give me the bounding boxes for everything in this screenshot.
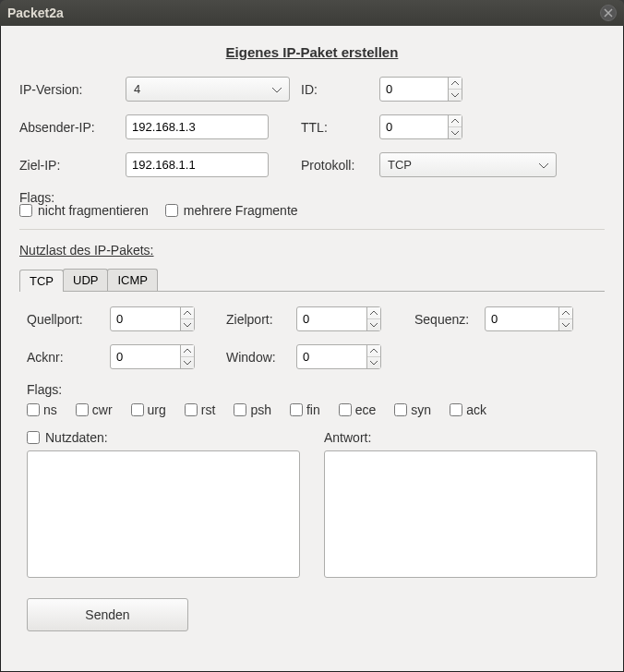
dstport-label: Zielport: xyxy=(226,312,291,327)
response-label: Antwort: xyxy=(324,430,371,445)
protocol-value: TCP xyxy=(388,158,412,172)
dstport-spinbox[interactable] xyxy=(296,306,381,331)
close-icon xyxy=(604,8,613,18)
seq-input[interactable] xyxy=(486,307,558,330)
tcp-flag-ece[interactable]: ece xyxy=(339,402,377,417)
step-down-icon[interactable] xyxy=(367,357,380,368)
seq-spinbox[interactable] xyxy=(485,306,573,331)
tcp-flag-ns-checkbox[interactable] xyxy=(27,403,40,416)
sender-ip-label: Absender-IP: xyxy=(19,120,126,135)
separator xyxy=(19,229,605,230)
flag-nofrag-checkbox[interactable] xyxy=(19,204,32,217)
flag-morefrag[interactable]: mehrere Fragmente xyxy=(165,203,298,218)
ttl-step-down[interactable] xyxy=(449,127,462,138)
step-down-icon[interactable] xyxy=(181,357,194,368)
tcp-flag-syn-checkbox[interactable] xyxy=(394,403,407,416)
tcp-flag-urg[interactable]: urg xyxy=(131,402,166,417)
payload-checkbox[interactable] xyxy=(27,431,40,444)
payload-header: Nutzdaten: xyxy=(27,430,300,445)
sender-ip-input[interactable] xyxy=(126,114,269,139)
tab-udp[interactable]: UDP xyxy=(63,269,108,291)
tabs: TCP UDP ICMP xyxy=(19,269,605,292)
id-step-down[interactable] xyxy=(449,90,462,101)
titlebar: Packet2a xyxy=(0,0,624,26)
acknr-spinbox[interactable] xyxy=(110,344,195,369)
page-title: Eigenes IP-Paket erstellen xyxy=(19,44,605,60)
tcp-flag-psh-checkbox[interactable] xyxy=(234,403,246,416)
protocol-select[interactable]: TCP xyxy=(379,152,557,177)
response-header: Antwort: xyxy=(324,430,597,445)
seq-label: Sequenz: xyxy=(414,312,479,327)
id-input[interactable] xyxy=(380,78,448,101)
tcp-flag-ack[interactable]: ack xyxy=(450,402,486,417)
step-down-icon[interactable] xyxy=(559,319,572,330)
step-up-icon[interactable] xyxy=(367,307,380,319)
tcp-flags-row: nscwrurgrstpshfinecesynack xyxy=(27,402,597,417)
ip-version-value: 4 xyxy=(134,82,140,96)
step-down-icon[interactable] xyxy=(367,319,380,330)
chevron-down-icon xyxy=(535,158,552,172)
tcp-flag-rst[interactable]: rst xyxy=(185,402,216,417)
dstport-input[interactable] xyxy=(297,307,366,330)
step-up-icon[interactable] xyxy=(559,307,572,319)
id-step-up[interactable] xyxy=(449,78,462,90)
window-title: Packet2a xyxy=(7,6,64,20)
protocol-label: Protokoll: xyxy=(301,158,379,173)
srcport-label: Quellport: xyxy=(27,312,104,327)
payload-textarea[interactable] xyxy=(27,450,300,578)
tcp-flag-ns[interactable]: ns xyxy=(27,402,57,417)
window-spinbox[interactable] xyxy=(296,344,381,369)
step-up-icon[interactable] xyxy=(181,345,194,357)
tcp-flag-urg-checkbox[interactable] xyxy=(131,403,144,416)
tab-icmp[interactable]: ICMP xyxy=(107,269,158,291)
close-button[interactable] xyxy=(600,5,617,21)
srcport-spinbox[interactable] xyxy=(110,306,195,331)
tcp-flag-cwr[interactable]: cwr xyxy=(76,402,113,417)
dest-ip-input[interactable] xyxy=(126,152,269,177)
ttl-step-up[interactable] xyxy=(449,115,462,127)
ttl-spinbox[interactable] xyxy=(379,114,462,139)
payload-check-label: Nutzdaten: xyxy=(45,430,108,445)
acknr-input[interactable] xyxy=(111,345,180,368)
tcp-flag-ece-checkbox[interactable] xyxy=(339,403,352,416)
ttl-input[interactable] xyxy=(380,115,448,138)
ip-version-label: IP-Version: xyxy=(19,82,126,97)
tcp-flag-rst-checkbox[interactable] xyxy=(185,403,198,416)
response-textarea[interactable] xyxy=(324,450,597,578)
tcp-flag-cwr-checkbox[interactable] xyxy=(76,403,89,416)
window-input[interactable] xyxy=(297,345,366,368)
send-button[interactable]: Senden xyxy=(27,598,188,631)
srcport-input[interactable] xyxy=(111,307,180,330)
step-up-icon[interactable] xyxy=(367,345,380,357)
tcp-flags-label: Flags: xyxy=(27,382,597,397)
flag-nofrag[interactable]: nicht fragmentieren xyxy=(19,203,149,218)
window-label: Window: xyxy=(226,350,291,365)
tcp-flag-fin[interactable]: fin xyxy=(290,402,320,417)
flag-morefrag-checkbox[interactable] xyxy=(165,204,178,217)
tab-tcp[interactable]: TCP xyxy=(19,270,64,292)
dest-ip-label: Ziel-IP: xyxy=(19,158,126,173)
step-down-icon[interactable] xyxy=(181,319,194,330)
payload-title: Nutzlast des IP-Pakets: xyxy=(19,243,605,258)
tcp-flag-fin-checkbox[interactable] xyxy=(290,403,303,416)
ip-version-select[interactable]: 4 xyxy=(126,77,290,102)
tcp-flag-ack-checkbox[interactable] xyxy=(450,403,462,416)
tab-body-tcp: Quellport: Zielport: Sequenz: Acknr: Win… xyxy=(19,292,605,635)
tcp-flag-syn[interactable]: syn xyxy=(394,402,431,417)
id-spinbox[interactable] xyxy=(379,77,462,102)
id-label: ID: xyxy=(301,82,379,97)
chevron-down-icon xyxy=(269,82,285,96)
tcp-flag-psh[interactable]: psh xyxy=(234,402,271,417)
ttl-label: TTL: xyxy=(301,120,379,135)
step-up-icon[interactable] xyxy=(181,307,194,319)
acknr-label: Acknr: xyxy=(27,350,104,365)
